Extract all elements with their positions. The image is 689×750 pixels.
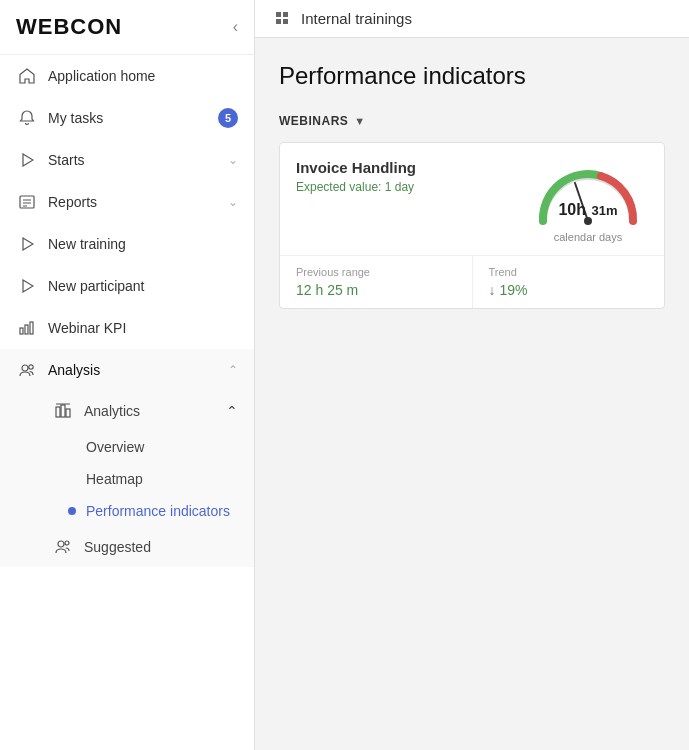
sidebar-item-starts[interactable]: Starts ⌄	[0, 139, 254, 181]
section-header: WEBINARS ▼	[279, 114, 665, 128]
home-icon	[16, 65, 38, 87]
sidebar-item-reports[interactable]: Reports ⌄	[0, 181, 254, 223]
svg-rect-12	[56, 407, 60, 417]
sidebar-sub-analytics[interactable]: Analytics ⌃	[0, 391, 254, 431]
svg-rect-14	[66, 409, 70, 417]
page-title: Performance indicators	[279, 62, 665, 90]
chart-icon	[16, 317, 38, 339]
sidebar-item-new-participant[interactable]: New participant	[0, 265, 254, 307]
svg-point-11	[29, 365, 33, 369]
sidebar-deep-label-heatmap: Heatmap	[86, 471, 143, 487]
sidebar-item-new-training[interactable]: New training	[0, 223, 254, 265]
chevron-up-icon-analysis: ⌃	[228, 363, 238, 377]
analytics-icon	[52, 400, 74, 422]
sidebar-item-label-reports: Reports	[48, 194, 224, 210]
collapse-sidebar-button[interactable]: ‹	[233, 18, 238, 36]
svg-rect-9	[30, 322, 33, 334]
svg-rect-17	[276, 12, 281, 17]
sidebar-item-label-analysis: Analysis	[48, 362, 224, 378]
sidebar-item-label-my-tasks: My tasks	[48, 110, 218, 126]
play-icon-new-participant	[16, 275, 38, 297]
chevron-down-icon-reports: ⌄	[228, 195, 238, 209]
logo: WEBCON	[16, 14, 122, 40]
svg-rect-13	[61, 405, 65, 417]
section-title: WEBINARS	[279, 114, 348, 128]
kpi-card-expected: Expected value: 1 day	[296, 180, 528, 194]
svg-rect-20	[283, 19, 288, 24]
kpi-card: Invoice Handling Expected value: 1 day	[279, 142, 665, 309]
sidebar-deep-performance-indicators[interactable]: Performance indicators	[0, 495, 254, 527]
topbar-title: Internal trainings	[301, 10, 412, 27]
svg-rect-19	[276, 19, 281, 24]
trend-value: ↓ 19%	[489, 282, 649, 298]
sidebar-item-webinar-kpi[interactable]: Webinar KPI	[0, 307, 254, 349]
sidebar-deep-heatmap[interactable]: Heatmap	[0, 463, 254, 495]
gauge-chart: 10h 31m	[533, 159, 643, 229]
sidebar-item-label-webinar-kpi: Webinar KPI	[48, 320, 238, 336]
kpi-card-info: Invoice Handling Expected value: 1 day	[296, 159, 528, 194]
svg-rect-7	[20, 328, 23, 334]
trend-label: Trend	[489, 266, 649, 278]
sidebar-sub-suggested[interactable]: Suggested	[0, 527, 254, 567]
sidebar-item-label-new-training: New training	[48, 236, 238, 252]
sidebar-sub-label-analytics: Analytics	[84, 403, 226, 419]
kpi-card-bottom: Previous range 12 h 25 m Trend ↓ 19%	[280, 255, 664, 308]
svg-marker-5	[23, 238, 33, 250]
sidebar-deep-overview[interactable]: Overview	[0, 431, 254, 463]
play-icon-starts	[16, 149, 38, 171]
kpi-card-name: Invoice Handling	[296, 159, 528, 176]
previous-range-stat: Previous range 12 h 25 m	[280, 256, 472, 308]
sidebar-sub-label-suggested: Suggested	[84, 539, 238, 555]
previous-range-value: 12 h 25 m	[296, 282, 456, 298]
kpi-card-top: Invoice Handling Expected value: 1 day	[280, 143, 664, 255]
sidebar-item-app-home[interactable]: Application home	[0, 55, 254, 97]
sidebar-deep-label-performance-indicators: Performance indicators	[86, 503, 230, 519]
sidebar-header: WEBCON ‹	[0, 0, 254, 55]
svg-rect-18	[283, 12, 288, 17]
reports-icon	[16, 191, 38, 213]
main-content: Internal trainings Performance indicator…	[255, 0, 689, 750]
tasks-badge: 5	[218, 108, 238, 128]
trend-stat: Trend ↓ 19%	[472, 256, 665, 308]
bell-icon	[16, 107, 38, 129]
svg-marker-6	[23, 280, 33, 292]
sidebar-item-my-tasks[interactable]: My tasks 5	[0, 97, 254, 139]
section-dropdown-icon[interactable]: ▼	[354, 115, 365, 127]
chevron-up-icon-analytics: ⌃	[226, 403, 238, 419]
sidebar-item-label-new-participant: New participant	[48, 278, 238, 294]
grid-icon	[275, 11, 291, 27]
gauge-unit-label: calendar days	[554, 231, 623, 243]
gauge-container: 10h 31m calendar days	[528, 159, 648, 243]
play-icon-new-training	[16, 233, 38, 255]
sidebar-deep-label-overview: Overview	[86, 439, 144, 455]
sidebar-nav: Application home My tasks 5 Starts ⌄	[0, 55, 254, 567]
suggested-icon	[52, 536, 74, 558]
svg-point-22	[584, 217, 592, 225]
chevron-down-icon-starts: ⌄	[228, 153, 238, 167]
analysis-section: Analysis ⌃ Analytics ⌃ Overview	[0, 349, 254, 567]
group-icon	[16, 359, 38, 381]
sidebar: WEBCON ‹ Application home My tasks 5	[0, 0, 255, 750]
sidebar-item-label-app-home: Application home	[48, 68, 238, 84]
svg-text:10h 31m: 10h 31m	[558, 201, 617, 218]
svg-marker-0	[23, 154, 33, 166]
svg-rect-8	[25, 325, 28, 334]
sidebar-item-label-starts: Starts	[48, 152, 224, 168]
previous-range-label: Previous range	[296, 266, 456, 278]
svg-point-10	[22, 365, 28, 371]
topbar: Internal trainings	[255, 0, 689, 38]
sidebar-item-analysis[interactable]: Analysis ⌃	[0, 349, 254, 391]
svg-point-16	[65, 541, 69, 545]
svg-point-15	[58, 541, 64, 547]
main-body: Performance indicators WEBINARS ▼ Invoic…	[255, 38, 689, 333]
